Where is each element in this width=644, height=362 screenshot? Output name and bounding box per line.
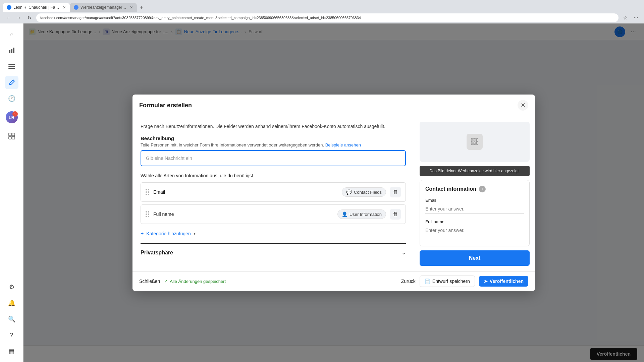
modal-right-panel: 🖼 Das Bild deiner Werbeanzeige wird hier… — [414, 116, 535, 271]
sidebar-item-notifications[interactable]: 🔔 — [5, 296, 18, 310]
nav-refresh[interactable]: ↻ — [25, 14, 34, 22]
ad-preview-placeholder: 🖼 — [467, 134, 483, 150]
tab-title-1: Leon R. Chaudhari | Facebook — [13, 5, 59, 10]
ad-preview: 🖼 — [420, 122, 530, 162]
back-button[interactable]: Zurück — [401, 279, 416, 284]
privacy-title: Privatsphäre — [141, 250, 173, 256]
modal-footer: Schließen ✓ Alle Änderungen gespeichert … — [132, 271, 535, 291]
drag-handle-fullname[interactable] — [146, 211, 149, 217]
main-area: 📁 Neue Kampagne für Leadge... › ⊞ Neue A… — [23, 23, 644, 362]
svg-rect-2 — [13, 48, 14, 53]
address-bar[interactable]: facebook.com/adsmanager/manage/ads/edit?… — [36, 13, 619, 22]
modal-header: Formular erstellen ✕ — [132, 95, 535, 116]
footer-left: Schließen ✓ Alle Änderungen gespeichert — [139, 279, 226, 284]
add-category-chevron-icon: ▾ — [194, 231, 196, 236]
footer-right: Zurück 📄 Entwurf speichern ➤ Veröffentli… — [401, 276, 528, 287]
sidebar-item-home[interactable]: ⌂ — [5, 27, 18, 41]
sidebar-item-help[interactable]: ? — [5, 328, 18, 342]
notification-badge: 1 — [12, 111, 18, 117]
description-section: Beschreibung Teile Personen mit, in welc… — [141, 135, 406, 166]
description-link[interactable]: Beispiele ansehen — [325, 142, 361, 147]
contact-card-header: Contact information i — [425, 186, 524, 192]
publish-icon: ➤ — [484, 279, 488, 284]
svg-rect-4 — [8, 66, 15, 67]
nav-star[interactable]: ☆ — [621, 14, 629, 22]
delete-fullname-button[interactable]: 🗑 — [390, 209, 401, 220]
saved-text: Alle Änderungen gespeichert — [170, 279, 226, 284]
description-input[interactable]: Gib eine Nachricht ein — [141, 150, 406, 166]
sidebar-item-apps2[interactable]: ▦ — [5, 345, 18, 358]
contact-info-icon[interactable]: i — [479, 186, 486, 192]
tab-close-2[interactable]: ✕ — [130, 5, 133, 10]
svg-rect-9 — [12, 136, 15, 139]
delete-email-button[interactable]: 🗑 — [390, 187, 401, 197]
next-button[interactable]: Next — [420, 250, 530, 266]
sidebar-item-analytics[interactable] — [5, 44, 18, 57]
fields-section-label: Wähle alle Arten von Information aus, di… — [141, 173, 406, 178]
address-text: facebook.com/adsmanager/manage/ads/edit?… — [40, 16, 361, 20]
field-row-email: Email 💬 Contact Fields 🗑 — [141, 182, 406, 202]
tab-favicon-2 — [74, 5, 78, 10]
sidebar-item-search[interactable]: 🔍 — [5, 312, 18, 326]
svg-rect-6 — [9, 133, 11, 136]
svg-rect-3 — [8, 64, 15, 65]
contact-field-fullname: Full name — [425, 219, 524, 235]
sidebar-item-grid[interactable] — [5, 129, 18, 143]
contact-field-email: Email — [425, 198, 524, 214]
svg-rect-0 — [9, 50, 10, 53]
description-subtitle: Teile Personen mit, in welcher Form ihre… — [141, 142, 406, 147]
tab-favicon — [7, 5, 11, 10]
contact-info-card: Contact information i Email Full name — [420, 180, 530, 246]
browser-tabs: Leon R. Chaudhari | Facebook ✕ Werbeanze… — [0, 0, 644, 12]
contact-email-input[interactable] — [425, 204, 524, 214]
draft-button-label: Entwurf speichern — [432, 279, 470, 284]
privacy-section[interactable]: Privatsphäre ⌄ — [141, 243, 406, 261]
tab-facebook[interactable]: Leon R. Chaudhari | Facebook ✕ — [3, 3, 70, 12]
svg-rect-7 — [12, 133, 15, 136]
nav-forward[interactable]: → — [15, 14, 23, 22]
svg-rect-1 — [11, 49, 12, 53]
new-tab-button[interactable]: + — [137, 3, 146, 12]
footer-close-button[interactable]: Schließen — [139, 279, 160, 284]
modal-close-button[interactable]: ✕ — [518, 100, 528, 111]
contact-fields-icon: 💬 — [346, 189, 352, 195]
left-sidebar: ⌂ 🕐 LR 1 ⚙ 🔔 🔍 ? ▦ — [0, 23, 23, 362]
nav-more[interactable]: ⋯ — [632, 14, 640, 22]
description-input-placeholder: Gib eine Nachricht ein — [146, 156, 192, 161]
field-badge-label-email: Contact Fields — [354, 190, 382, 195]
field-badge-email[interactable]: 💬 Contact Fields — [342, 187, 386, 197]
address-bar-row: ← → ↻ facebook.com/adsmanager/manage/ads… — [0, 12, 644, 23]
nav-back[interactable]: ← — [4, 14, 12, 22]
field-badge-fullname[interactable]: 👤 User Information — [337, 209, 386, 219]
modal-formular: Formular erstellen ✕ Frage nach Benutzer… — [132, 95, 535, 291]
modal-title: Formular erstellen — [139, 102, 192, 109]
user-info-icon: 👤 — [342, 212, 347, 217]
drag-handle-email[interactable] — [146, 189, 149, 195]
modal-overlay: Formular erstellen ✕ Frage nach Benutzer… — [23, 23, 644, 362]
sidebar-item-history[interactable]: 🕐 — [5, 92, 18, 105]
contact-fullname-input[interactable] — [425, 226, 524, 235]
sidebar-item-avatar[interactable]: LR 1 — [5, 111, 18, 124]
browser-chrome: Leon R. Chaudhari | Facebook ✕ Werbeanze… — [0, 0, 644, 23]
tab-title-2: Werbeanzeigemanager - Wer... — [80, 5, 126, 10]
privacy-chevron-icon: ⌄ — [401, 249, 406, 256]
svg-rect-8 — [9, 136, 11, 139]
draft-button[interactable]: 📄 Entwurf speichern — [420, 276, 475, 287]
saved-check-icon: ✓ — [164, 279, 168, 284]
add-category-label: Kategorie hinzufügen — [146, 231, 191, 236]
add-category-button[interactable]: + Kategorie hinzufügen ▾ — [141, 228, 406, 239]
publish-button[interactable]: ➤ Veröffentlichen — [479, 276, 528, 287]
tab-werbung[interactable]: Werbeanzeigemanager - Wer... ✕ — [70, 3, 137, 12]
modal-body: Frage nach Benutzerinformationen. Die Fe… — [132, 116, 535, 271]
body-text: Frage nach Benutzerinformationen. Die Fe… — [141, 123, 406, 130]
sidebar-item-menu[interactable] — [5, 60, 18, 73]
field-name-email: Email — [153, 189, 338, 195]
contact-fullname-label: Full name — [425, 219, 524, 224]
ad-preview-tooltip: Das Bild deiner Werbeanzeige wird hier a… — [420, 166, 530, 176]
publish-button-label: Veröffentlichen — [490, 279, 524, 284]
sidebar-item-edit[interactable] — [5, 76, 18, 89]
tab-close-1[interactable]: ✕ — [63, 5, 66, 10]
sidebar-item-settings[interactable]: ⚙ — [5, 280, 18, 294]
contact-email-label: Email — [425, 198, 524, 203]
add-category-plus-icon: + — [141, 231, 144, 237]
